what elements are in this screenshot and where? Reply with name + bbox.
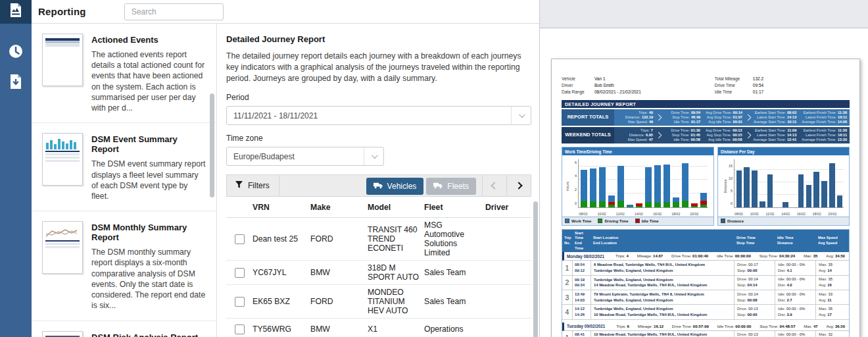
trip-row: 414:1214:26Tunbridge Wells, England, Uni… [562,305,849,319]
bar-slot [782,159,790,207]
stat-value: 4.0 [786,283,792,287]
trip-times: 08:5409:12 [573,261,591,274]
stat-value: 01:00:40 [692,254,708,258]
table-row[interactable]: YC67JYLBMW318D M SPORT AUTOSales Team [226,261,531,285]
band-body: Trips:40Distance:132.19Max Speed:49Drive… [614,109,850,126]
sidebar-item-reports[interactable] [0,0,32,24]
row-checkbox[interactable] [235,234,245,244]
stat-value: 36.50 [835,324,845,328]
report-list-item-text: DSM Event Summary ReportThe DSM event su… [91,133,207,201]
row-checkbox[interactable] [235,268,245,278]
x-tick-label: 10/02 [750,212,759,216]
vehicles-table-header: VRNMakeModelFleetDriver [226,197,531,218]
legend-item: Work Time [565,219,591,223]
chevron-left-icon [491,182,498,190]
stat-value: 4.1 [786,269,792,272]
filters-button-label: Filters [248,181,270,190]
x-tick-label: 16/02 [797,212,806,216]
bars [735,159,844,207]
band-stat: Avg Stop Time:00:15 [706,133,742,138]
stat-label: Max: [804,254,813,258]
trip-time: 09:12 [575,268,589,274]
trip-locations: 79 Mount Ephraim, Tunbridge Wells, TN4 8… [591,290,735,304]
previous-page-button[interactable] [482,175,506,196]
band-stat: Trips:7 [617,128,653,133]
fleets-button[interactable]: Fleets [426,178,476,195]
report-list-item[interactable]: DSM Event Summary ReportThe DSM event su… [32,123,216,211]
trip-idle-distance: Idle: 00:00 - 0%Dist: 4.1 [775,261,816,274]
band-stat: Avg Idle Time:00:01 [706,120,742,124]
stat-value: 47 [813,324,818,328]
stat-value: 34.50 [835,254,845,258]
timezone-select[interactable]: Europe/Budapest [226,147,384,166]
sidebar-item-export[interactable] [0,70,32,96]
stat-value: 16:11 [838,133,847,138]
bar-segment-distance [744,167,750,207]
stat-label: Max: [819,277,828,281]
stat-label: Idle Time: [717,254,735,258]
stat-value: 00:58 [733,138,742,142]
vehicles-button[interactable]: Vehicles [366,178,424,195]
band-stat: Earliest Start Time:11:09 [754,128,797,133]
stat-value: 132.19 [642,115,653,120]
trip-location: Tunbridge Wells, England, United Kingdom [594,277,731,283]
table-row[interactable]: Dean test 25FORDTRANSIT 460 TREND ECONET… [226,218,531,261]
sidebar-item-history[interactable] [0,39,32,66]
band-stat: Drive Time:09:54 [664,111,700,115]
trip-drive-stop: Drive: 00:14Stop: 00:08 [735,290,775,304]
stat-label: Latest Start Time: [757,115,786,120]
table-row[interactable]: TY56WRGBMWX1Operations [226,319,531,337]
trip-location: 10 Meadow Road, Tunbridge Wells, TN4 8UL… [594,312,731,318]
trip-row: 108:4108:5410 Meadow Road, Tunbridge Wel… [562,331,849,337]
stat-value: 01:30 [691,128,700,133]
band-stat-group: Drive Time:01:30Stop Time:01:45Idle Time… [662,127,703,143]
x-tick-label [662,212,671,216]
period-value: 11/11/2021 - 18/11/2021 [227,111,511,120]
checkbox-cell [226,268,253,278]
stat-label: Earliest Finish Time: [804,111,836,115]
legend-item: Idle Time [635,219,659,223]
row-checkbox[interactable] [235,324,245,334]
table-row[interactable]: EK65 BXZFORDMONDEO TITANIUM HEV AUTOSale… [226,285,531,319]
band-stat: Max Speed:47 [617,138,653,142]
stat-label: Idle: [778,332,786,336]
row-checkbox[interactable] [235,297,245,307]
report-list-item[interactable]: DSM Monthly Summary ReportThe DSM monthl… [32,211,216,321]
stat-label: Trips: [616,324,627,328]
stat-value: 00:14 [748,277,758,281]
filters-button[interactable]: Filters [227,175,279,196]
stat-value: 35 [828,263,832,267]
stat-label: Stop: [737,313,747,317]
plot: 0246 [578,159,708,208]
stat-value: 00:57:09 [693,324,709,328]
stat-label: Max: [819,332,828,336]
report-info-block: VehicleVan 1DriverBob SmithData Range08/… [562,59,850,100]
x-tick-label [606,212,615,216]
trip-time: 09:19 [575,277,589,283]
stat-value: 4 [626,254,628,258]
report-thumbnail [42,331,83,337]
report-list-item[interactable]: DSM Risk Analysis ReportThe DSM risk ana… [32,321,216,337]
stat-value: 33 [828,292,832,296]
fleets-button-label: Fleets [447,182,469,191]
report-list-scrollbar[interactable] [210,93,214,197]
column-header: Make [310,203,368,212]
next-page-button[interactable] [506,175,531,196]
info-label: Data Range [562,89,594,95]
table-cell: MSG Automotive Solutions Limited [424,220,485,257]
trip-location: Tunbridge Wells, England, United Kingdom [594,268,731,274]
stat-label: Drive: [737,292,748,296]
search-input[interactable] [124,3,224,20]
period-select[interactable]: 11/11/2021 - 18/11/2021 [226,106,531,125]
report-list-item[interactable]: Actioned EventsThe actioned events repor… [32,24,216,123]
bar-segment-distance [829,163,835,207]
stat-value: 14:06 [838,120,847,124]
stat-value: 00:00 - 0% [786,277,806,281]
stat-label: Average Start Time: [754,138,786,142]
trip-location: 79 Mount Ephraim, Tunbridge Wells, TN4 8… [594,292,731,298]
band-stat-group: Earliest Finish Time:11:36Latest Finish … [799,127,850,143]
vehicles-table-scrollbar[interactable] [533,201,538,337]
band-stat-group: Earliest Start Time:08:02Latest Start Ti… [751,109,799,126]
band-stat: Trips:40 [617,111,653,115]
stat-value: 00:00 - 0% [786,332,806,336]
